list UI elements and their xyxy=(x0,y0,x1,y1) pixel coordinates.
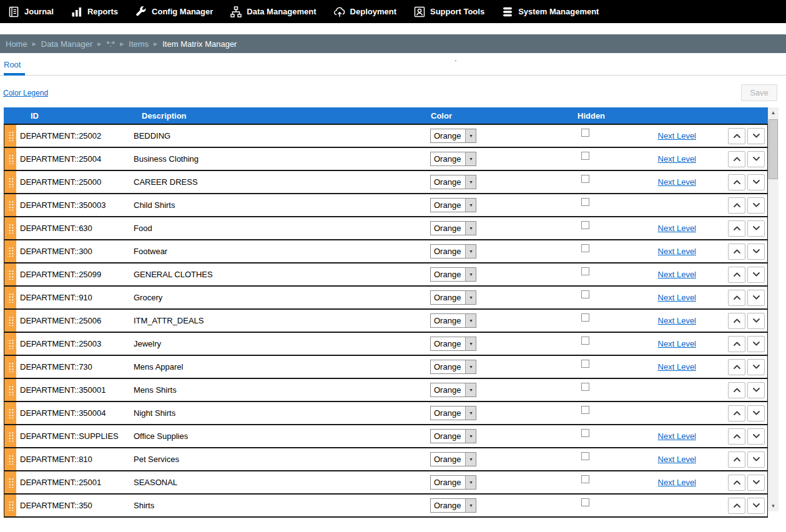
color-select[interactable]: Orange ▼ xyxy=(430,337,476,351)
move-down-button[interactable] xyxy=(747,197,765,214)
move-down-button[interactable] xyxy=(747,475,765,491)
scroll-down-button[interactable]: ▼ xyxy=(768,501,779,511)
drag-handle-icon[interactable] xyxy=(4,240,16,262)
hidden-checkbox[interactable] xyxy=(581,267,589,275)
next-level-link[interactable]: Next Level xyxy=(658,455,696,464)
drag-handle-icon[interactable] xyxy=(4,217,16,239)
drag-handle-icon[interactable] xyxy=(4,425,16,447)
move-up-button[interactable] xyxy=(728,451,745,468)
color-select[interactable]: Orange ▼ xyxy=(430,383,476,397)
drag-handle-icon[interactable] xyxy=(4,264,16,285)
drag-handle-icon[interactable] xyxy=(4,194,16,216)
move-up-button[interactable] xyxy=(728,428,745,445)
move-up-button[interactable] xyxy=(728,359,745,375)
next-level-link[interactable]: Next Level xyxy=(658,270,696,279)
drag-handle-icon[interactable] xyxy=(4,495,16,516)
next-level-link[interactable]: Next Level xyxy=(658,293,696,302)
nav-item-journal[interactable]: Journal xyxy=(7,6,54,18)
next-level-link[interactable]: Next Level xyxy=(658,177,696,187)
hidden-checkbox[interactable] xyxy=(581,383,589,391)
save-button[interactable]: Save xyxy=(741,84,777,101)
color-select[interactable]: Orange ▼ xyxy=(430,313,476,328)
breadcrumb-link[interactable]: *:* xyxy=(106,39,115,49)
nav-item-data-management[interactable]: Data Management xyxy=(230,6,316,18)
move-up-button[interactable] xyxy=(728,267,745,283)
move-down-button[interactable] xyxy=(747,244,765,260)
hidden-checkbox[interactable] xyxy=(581,452,589,460)
scrollbar[interactable]: ▲ ▼ xyxy=(768,107,779,511)
nav-item-system-management[interactable]: System Management xyxy=(501,6,599,18)
next-level-link[interactable]: Next Level xyxy=(658,339,696,348)
move-down-button[interactable] xyxy=(747,451,765,468)
move-up-button[interactable] xyxy=(728,174,745,190)
drag-handle-icon[interactable] xyxy=(4,402,16,424)
drag-handle-icon[interactable] xyxy=(4,448,16,470)
color-select[interactable]: Orange ▼ xyxy=(430,498,476,513)
color-select[interactable]: Orange ▼ xyxy=(430,267,476,282)
breadcrumb-link[interactable]: Items xyxy=(129,39,149,49)
move-down-button[interactable] xyxy=(747,336,765,352)
drag-handle-icon[interactable] xyxy=(4,356,16,378)
move-down-button[interactable] xyxy=(747,128,765,144)
move-down-button[interactable] xyxy=(747,151,765,167)
scroll-track[interactable] xyxy=(768,179,779,501)
color-select[interactable]: Orange ▼ xyxy=(430,475,476,490)
color-select[interactable]: Orange ▼ xyxy=(430,360,476,374)
color-select[interactable]: Orange ▼ xyxy=(430,198,476,212)
scroll-up-button[interactable]: ▲ xyxy=(768,107,779,118)
hidden-checkbox[interactable] xyxy=(581,337,589,345)
move-down-button[interactable] xyxy=(747,428,765,445)
hidden-checkbox[interactable] xyxy=(581,498,589,506)
move-down-button[interactable] xyxy=(747,290,765,306)
hidden-checkbox[interactable] xyxy=(581,198,589,206)
move-up-button[interactable] xyxy=(728,151,745,167)
move-down-button[interactable] xyxy=(747,313,765,329)
drag-handle-icon[interactable] xyxy=(4,379,16,401)
move-up-button[interactable] xyxy=(728,290,745,306)
color-select[interactable]: Orange ▼ xyxy=(430,152,476,166)
color-select[interactable]: Orange ▼ xyxy=(430,452,476,466)
hidden-checkbox[interactable] xyxy=(581,429,589,437)
move-down-button[interactable] xyxy=(747,359,765,375)
breadcrumb-link[interactable]: Home xyxy=(6,39,27,49)
move-up-button[interactable] xyxy=(728,336,745,352)
move-up-button[interactable] xyxy=(728,197,745,214)
move-up-button[interactable] xyxy=(728,382,745,398)
move-up-button[interactable] xyxy=(728,313,745,329)
move-down-button[interactable] xyxy=(747,405,765,421)
move-down-button[interactable] xyxy=(747,267,765,283)
hidden-checkbox[interactable] xyxy=(581,290,589,298)
next-level-link[interactable]: Next Level xyxy=(658,247,696,256)
hidden-checkbox[interactable] xyxy=(581,129,589,137)
next-level-link[interactable]: Next Level xyxy=(658,316,696,325)
drag-handle-icon[interactable] xyxy=(4,333,16,355)
drag-handle-icon[interactable] xyxy=(4,125,16,147)
color-select[interactable]: Orange ▼ xyxy=(430,429,476,443)
move-up-button[interactable] xyxy=(728,475,745,491)
color-select[interactable]: Orange ▼ xyxy=(430,290,476,305)
move-up-button[interactable] xyxy=(728,405,745,421)
drag-handle-icon[interactable] xyxy=(4,148,16,170)
breadcrumb-link[interactable]: Data Manager xyxy=(41,39,92,49)
next-level-link[interactable]: Next Level xyxy=(658,131,696,140)
color-select[interactable]: Orange ▼ xyxy=(430,244,476,259)
nav-item-support-tools[interactable]: Support Tools xyxy=(413,6,484,18)
hidden-checkbox[interactable] xyxy=(581,152,589,160)
drag-handle-icon[interactable] xyxy=(4,471,16,493)
move-up-button[interactable] xyxy=(728,220,745,237)
drag-handle-icon[interactable] xyxy=(4,171,16,193)
move-up-button[interactable] xyxy=(728,128,745,144)
hidden-checkbox[interactable] xyxy=(581,244,589,252)
next-level-link[interactable]: Next Level xyxy=(658,224,696,233)
scroll-thumb[interactable] xyxy=(769,119,778,179)
next-level-link[interactable]: Next Level xyxy=(658,431,696,441)
hidden-checkbox[interactable] xyxy=(581,360,589,368)
drag-handle-icon[interactable] xyxy=(4,310,16,332)
tab-root[interactable]: Root xyxy=(4,60,25,76)
hidden-checkbox[interactable] xyxy=(581,313,589,322)
nav-item-config-manager[interactable]: Config Manager xyxy=(135,6,213,18)
hidden-checkbox[interactable] xyxy=(581,175,589,183)
color-select[interactable]: Orange ▼ xyxy=(430,129,476,143)
move-up-button[interactable] xyxy=(728,498,745,514)
move-down-button[interactable] xyxy=(747,382,765,398)
